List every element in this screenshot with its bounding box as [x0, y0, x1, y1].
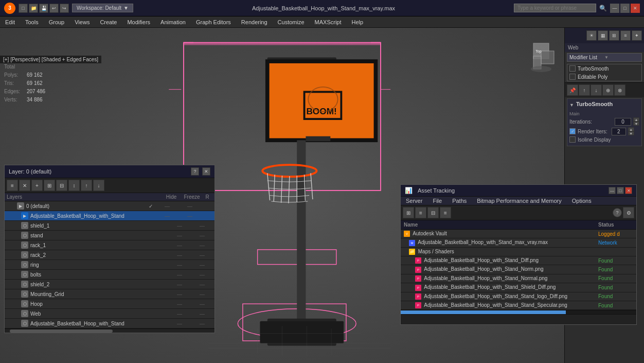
layer-item-full-name[interactable]: ⬡ Adjustable_Basketball_Hoop_with_Stand … — [5, 319, 214, 329]
layer-item-hoop[interactable]: ⬡ Hoop — — — [5, 299, 214, 309]
modifier-turbosmoooth[interactable]: TurboSmooth — [567, 64, 641, 73]
panel-icon-2[interactable]: ▦ — [598, 30, 608, 41]
layer-item-stand[interactable]: ⬡ stand — — — [5, 231, 214, 240]
asset-menu-options[interactable]: Options — [567, 197, 597, 205]
panel-icon-4[interactable]: ≡ — [620, 30, 631, 41]
menu-views[interactable]: Views — [69, 18, 95, 26]
layer-item-shield1[interactable]: ⬡ shield_1 — — — [5, 221, 214, 231]
panel-icon-3[interactable]: ⊞ — [609, 30, 619, 41]
layer-scrollbar[interactable] — [5, 329, 214, 333]
render-iters-check[interactable]: ✓ — [569, 128, 576, 134]
menu-help[interactable]: Help — [347, 18, 369, 26]
asset-maximize-button[interactable]: □ — [617, 187, 624, 194]
asset-help-button[interactable]: ? — [613, 208, 622, 217]
asset-menu-server[interactable]: Server — [401, 197, 427, 205]
save-icon[interactable]: 💾 — [39, 4, 48, 13]
layer-selected-hide: — — [157, 213, 177, 219]
layer-item-default[interactable]: ▶ 0 (default) ✓ — — — [5, 201, 214, 211]
menu-customize[interactable]: Customize — [273, 18, 310, 26]
search-input[interactable] — [514, 4, 596, 12]
layer-item-rack1[interactable]: ⬡ rack_1 — — — [5, 240, 214, 250]
layer-item-web[interactable]: ⬡ Web — — — [5, 309, 214, 319]
layer-item-bolts[interactable]: ⬡ bolts — — — [5, 270, 214, 280]
menu-maxscript[interactable]: MAXScript — [310, 18, 347, 26]
minimize-button[interactable]: — — [610, 4, 619, 13]
asset-row-norm[interactable]: P Adjustable_Basketball_Hoop_with_Stand_… — [401, 265, 636, 274]
redo-icon[interactable]: ↪ — [60, 4, 69, 13]
panel-top-toolbar: ☀ ▦ ⊞ ≡ ✦ — [565, 28, 644, 43]
tool-pin-icon[interactable]: 📌 — [567, 84, 578, 96]
asset-btn-2[interactable]: ≡ — [415, 207, 426, 218]
specular-png-icon: P — [415, 302, 421, 308]
iterations-spinner[interactable]: ▲ ▼ — [633, 117, 639, 126]
panel-icon-1[interactable]: ☀ — [586, 30, 597, 41]
menu-edit[interactable]: Edit — [0, 18, 20, 26]
tool-move-up-icon[interactable]: ↑ — [579, 84, 590, 96]
menu-modifiers[interactable]: Modifiers — [122, 18, 155, 26]
iterations-up-icon[interactable]: ▲ — [633, 117, 639, 122]
col-status: Status — [595, 220, 636, 230]
layer-close-button[interactable]: ✕ — [202, 167, 210, 176]
menu-animation[interactable]: Animation — [155, 18, 191, 26]
layer-deselect-icon[interactable]: ⊟ — [56, 180, 67, 191]
asset-menu-file[interactable]: File — [427, 197, 447, 205]
layer-item-ring[interactable]: ⬡ ring — — — [5, 260, 214, 270]
new-icon[interactable]: □ — [19, 4, 28, 13]
asset-settings-icon[interactable]: ⚙ — [623, 207, 634, 218]
asset-btn-3[interactable]: ⊟ — [427, 207, 439, 218]
close-button[interactable]: ✕ — [631, 4, 640, 13]
layer-delete-icon[interactable]: ✕ — [19, 180, 30, 191]
layer-item-hoop-stand[interactable]: ▶ Adjustable_Basketball_Hoop_with_Stand … — [5, 211, 214, 221]
asset-row-diff[interactable]: P Adjustable_Basketball_Hoop_with_Stand_… — [401, 256, 636, 265]
menu-rendering[interactable]: Rendering — [236, 18, 273, 26]
maximize-button[interactable]: □ — [620, 4, 630, 13]
render-iters-input[interactable] — [612, 128, 626, 135]
search-icon[interactable]: 🔍 — [599, 5, 607, 12]
asset-menu-paths[interactable]: Paths — [447, 197, 472, 205]
asset-row-shield-diff[interactable]: P Adjustable_Basketball_Hoop_with_Stand_… — [401, 283, 636, 292]
layer-add-icon[interactable]: + — [31, 180, 43, 191]
asset-close-button[interactable]: ✕ — [625, 187, 632, 194]
ts-collapse-icon[interactable]: ▼ — [569, 102, 574, 108]
tool-move-down-icon[interactable]: ↓ — [591, 84, 602, 96]
iterations-input[interactable] — [615, 118, 631, 126]
asset-row-vault[interactable]: V Autodesk Vault Logged d — [401, 230, 636, 238]
render-iters-down-icon[interactable]: ▼ — [628, 131, 634, 135]
tool-add-icon[interactable]: ⊕ — [602, 84, 614, 96]
tool-delete-icon[interactable]: ⊗ — [614, 84, 625, 96]
menu-tools[interactable]: Tools — [20, 18, 44, 26]
asset-btn-4[interactable]: ≡ — [440, 207, 451, 218]
menu-create[interactable]: Create — [95, 18, 122, 26]
asset-row-normal[interactable]: P Adjustable_Basketball_Hoop_with_Stand_… — [401, 274, 636, 283]
asset-menu-bitmap[interactable]: Bitmap Performance and Memory — [472, 197, 566, 205]
layer-header-name: Layers — [7, 194, 161, 200]
asset-row-logo[interactable]: P Adjustable_Basketball_Hoop_with_Stand_… — [401, 292, 636, 301]
menu-group[interactable]: Group — [44, 18, 70, 26]
asset-minimize-button[interactable]: — — [609, 187, 616, 194]
open-icon[interactable]: 📁 — [29, 4, 38, 13]
layer-move-icon[interactable]: ↕ — [68, 180, 80, 191]
workspace-button[interactable]: Workspace: Default ▼ — [72, 4, 133, 12]
isoline-check[interactable] — [569, 136, 576, 143]
modifier-list-dropdown[interactable]: Modifier List ▼ — [567, 53, 642, 62]
layer-menu-icon[interactable]: ≡ — [7, 180, 18, 191]
menu-graph-editors[interactable]: Graph Editors — [191, 18, 236, 26]
layer-up-icon[interactable]: ↑ — [81, 180, 92, 191]
layer-down-icon[interactable]: ↓ — [93, 180, 104, 191]
render-iters-up-icon[interactable]: ▲ — [628, 127, 634, 131]
asset-row-specular[interactable]: P Adjustable_Basketball_Hoop_with_Stand_… — [401, 301, 636, 309]
asset-row-maps[interactable]: 📁 Maps / Shaders — [401, 247, 636, 256]
render-iters-spinner[interactable]: ▲ ▼ — [628, 127, 634, 135]
layer-item-mounting[interactable]: ⬡ Mounting_Grid — — — [5, 289, 214, 299]
modifier-editable-poly[interactable]: Editable Poly — [567, 73, 641, 81]
asset-btn-1[interactable]: ⊞ — [403, 207, 414, 218]
panel-icon-5[interactable]: ✦ — [632, 30, 642, 41]
undo-icon[interactable]: ↩ — [49, 4, 59, 13]
iterations-down-icon[interactable]: ▼ — [633, 122, 639, 126]
layer-item-shield2[interactable]: ⬡ shield_2 — — — [5, 280, 214, 289]
layer-item-rack2[interactable]: ⬡ rack_2 — — — [5, 250, 214, 260]
asset-row-max-file[interactable]: M Adjustable_Basketball_Hoop_with_Stand_… — [401, 238, 636, 247]
layer-question-button[interactable]: ? — [191, 167, 199, 176]
layer-select-icon[interactable]: ⊞ — [44, 180, 55, 191]
layer-scroll-thumb[interactable] — [10, 330, 113, 333]
